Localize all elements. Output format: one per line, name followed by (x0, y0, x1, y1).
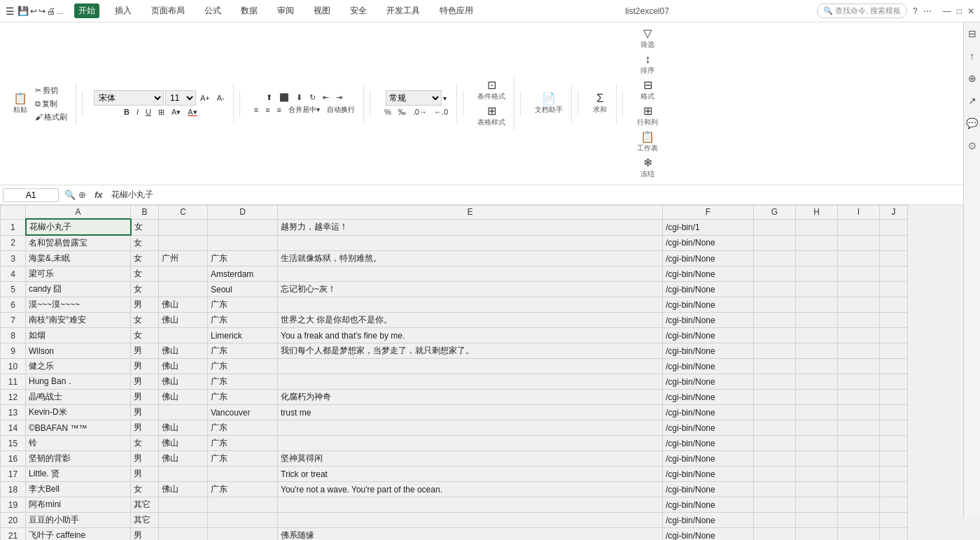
cell-9-J[interactable] (880, 343, 908, 359)
decrease-decimal-button[interactable]: ←.0 (431, 107, 451, 117)
cell-2-D[interactable] (208, 235, 278, 251)
cell-12-D[interactable]: 广东 (208, 390, 278, 405)
cell-21-C[interactable] (159, 528, 208, 541)
cell-7-F[interactable]: /cgi-bin/None (663, 313, 754, 328)
cell-1-A[interactable]: 花椒小丸子 (26, 219, 131, 235)
cell-14-F[interactable]: /cgi-bin/None (663, 420, 754, 436)
cell-4-F[interactable]: /cgi-bin/None (663, 267, 754, 282)
sidebar-icon-6[interactable]: ⊙ (968, 140, 976, 151)
quick-access-print[interactable]: 🖨 (47, 6, 55, 16)
cell-17-E[interactable]: Trick or treat (278, 467, 663, 482)
cell-12-B[interactable]: 男 (131, 390, 159, 405)
cell-3-H[interactable] (796, 251, 838, 267)
cell-16-F[interactable]: /cgi-bin/None (663, 451, 754, 467)
cell-20-B[interactable]: 其它 (131, 513, 159, 528)
cell-20-F[interactable]: /cgi-bin/None (663, 513, 754, 528)
row-col-button[interactable]: ⊞ 行和列 (634, 104, 661, 129)
cell-16-G[interactable] (754, 451, 796, 467)
border-button[interactable]: ⊞ (155, 107, 167, 118)
cell-21-J[interactable] (880, 528, 908, 541)
cell-4-H[interactable] (796, 267, 838, 282)
cell-18-J[interactable] (880, 482, 908, 497)
app-menu-icon[interactable]: ☰ (6, 6, 15, 17)
quick-access-undo[interactable]: ↩ (30, 6, 37, 16)
underline-button[interactable]: U (143, 107, 154, 117)
cell-15-F[interactable]: /cgi-bin/None (663, 436, 754, 451)
formula-input[interactable] (108, 189, 977, 201)
increase-decimal-button[interactable]: .0→ (410, 107, 430, 117)
cell-8-F[interactable]: /cgi-bin/None (663, 328, 754, 343)
cell-21-A[interactable]: 飞叶子 caffeine (26, 528, 131, 541)
cell-4-B[interactable]: 女 (131, 267, 159, 282)
cell-8-E[interactable]: You a freak and that's fine by me. (278, 328, 663, 343)
row-header-11[interactable]: 11 (1, 374, 26, 390)
menu-view[interactable]: 视图 (309, 3, 335, 18)
row-header-2[interactable]: 2 (1, 235, 26, 251)
maximize-button[interactable]: □ (957, 6, 962, 16)
cell-8-C[interactable] (159, 328, 208, 343)
cell-20-D[interactable] (208, 513, 278, 528)
cell-9-G[interactable] (754, 343, 796, 359)
cell-15-E[interactable] (278, 436, 663, 451)
align-top-button[interactable]: ⬆ (263, 92, 275, 103)
col-header-j[interactable]: J (880, 206, 908, 220)
cell-2-J[interactable] (880, 235, 908, 251)
cell-1-C[interactable] (159, 219, 208, 235)
col-header-c[interactable]: C (159, 206, 208, 220)
cell-6-B[interactable]: 男 (131, 297, 159, 313)
cell-15-A[interactable]: 铃 (26, 436, 131, 451)
cell-4-J[interactable] (880, 267, 908, 282)
doc-assist-button[interactable]: 📄 文档助手 (532, 92, 566, 116)
cell-10-A[interactable]: 健之乐 (26, 359, 131, 374)
cell-11-E[interactable] (278, 374, 663, 390)
cell-1-D[interactable] (208, 219, 278, 235)
row-header-10[interactable]: 10 (1, 359, 26, 374)
cell-4-G[interactable] (754, 267, 796, 282)
cell-19-J[interactable] (880, 497, 908, 513)
cell-12-G[interactable] (754, 390, 796, 405)
cell-21-G[interactable] (754, 528, 796, 541)
cell-3-D[interactable]: 广东 (208, 251, 278, 267)
cell-3-E[interactable]: 生活就像炼狱，特别难熬。 (278, 251, 663, 267)
cell-16-D[interactable]: 广东 (208, 451, 278, 467)
sum-button[interactable]: Σ 求和 (589, 92, 610, 116)
cell-13-J[interactable] (880, 405, 908, 420)
sidebar-icon-4[interactable]: ↗ (968, 95, 976, 106)
row-header-19[interactable]: 19 (1, 497, 26, 513)
cell-7-E[interactable]: 世界之大 你是你却也不是你。 (278, 313, 663, 328)
cell-9-H[interactable] (796, 343, 838, 359)
cell-3-B[interactable]: 女 (131, 251, 159, 267)
cell-12-I[interactable] (838, 390, 880, 405)
col-header-e[interactable]: E (278, 206, 663, 220)
cell-21-H[interactable] (796, 528, 838, 541)
cell-18-D[interactable]: 广东 (208, 482, 278, 497)
col-header-d[interactable]: D (208, 206, 278, 220)
row-header-8[interactable]: 8 (1, 328, 26, 343)
cell-10-J[interactable] (880, 359, 908, 374)
cell-17-B[interactable]: 男 (131, 467, 159, 482)
col-header-f[interactable]: F (663, 206, 754, 220)
sidebar-icon-1[interactable]: ⊟ (968, 28, 976, 39)
col-header-h[interactable]: H (796, 206, 838, 220)
row-header-1[interactable]: 1 (1, 219, 26, 235)
cell-17-I[interactable] (838, 467, 880, 482)
cell-21-B[interactable]: 男 (131, 528, 159, 541)
cell-21-D[interactable] (208, 528, 278, 541)
menu-dev[interactable]: 开发工具 (382, 3, 424, 18)
cell-4-E[interactable] (278, 267, 663, 282)
help-icon[interactable]: ? (913, 6, 918, 16)
cell-15-B[interactable]: 女 (131, 436, 159, 451)
cell-8-B[interactable]: 女 (131, 328, 159, 343)
cell-17-F[interactable]: /cgi-bin/None (663, 467, 754, 482)
cell-1-G[interactable] (754, 219, 796, 235)
cell-9-B[interactable]: 男 (131, 343, 159, 359)
cell-19-E[interactable] (278, 497, 663, 513)
cell-17-A[interactable]: Little. 贤 (26, 467, 131, 482)
cell-20-J[interactable] (880, 513, 908, 528)
align-right-button[interactable]: ≡ (274, 105, 284, 115)
cell-18-A[interactable]: 李大Bell (26, 482, 131, 497)
cell-8-H[interactable] (796, 328, 838, 343)
cell-5-F[interactable]: /cgi-bin/None (663, 282, 754, 297)
cell-15-I[interactable] (838, 436, 880, 451)
cell-20-C[interactable] (159, 513, 208, 528)
